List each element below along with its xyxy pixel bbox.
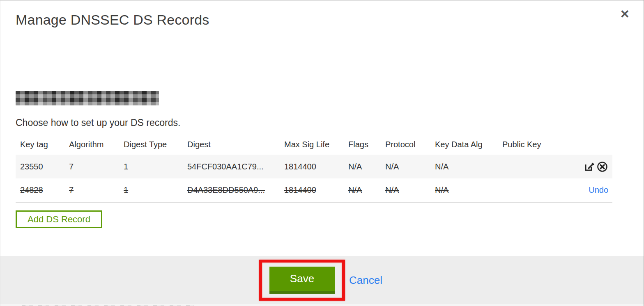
- row-actions: Undo: [551, 178, 612, 202]
- add-ds-record-button[interactable]: Add DS Record: [16, 210, 102, 228]
- cell-key-data-alg: N/A: [430, 178, 498, 202]
- cell-max-sig-life: 1814400: [280, 155, 344, 178]
- save-button[interactable]: Save: [269, 267, 335, 294]
- col-header-actions: [551, 134, 612, 155]
- cell-algorithm: 7: [64, 155, 119, 178]
- col-header-digest: Digest: [183, 134, 280, 155]
- cell-protocol: N/A: [381, 178, 430, 202]
- col-header-digest-type: Digest Type: [119, 134, 183, 155]
- table-header-row: Key tag Algorithm Digest Type Digest Max…: [16, 134, 612, 155]
- col-header-public-key: Public Key: [498, 134, 551, 155]
- cell-public-key: [498, 155, 551, 178]
- table-row: 24828 7 1 D4A33E8DD550A9... 1814400 N/A …: [16, 178, 612, 202]
- col-header-algorithm: Algorithm: [64, 134, 119, 155]
- redacted-domain-name: [16, 91, 159, 105]
- col-header-flags: Flags: [344, 134, 381, 155]
- cell-algorithm: 7: [64, 178, 119, 202]
- cell-protocol: N/A: [381, 155, 430, 178]
- close-icon[interactable]: ✕: [620, 9, 630, 20]
- red-annotation-highlight: Save: [259, 260, 345, 301]
- dnssec-modal: Manage DNSSEC DS Records ✕ Choose how to…: [0, 0, 644, 306]
- edit-record-icon[interactable]: [584, 161, 595, 172]
- col-header-max-sig-life: Max Sig Life: [280, 134, 344, 155]
- cell-flags: N/A: [344, 178, 381, 202]
- cell-public-key: [498, 178, 551, 202]
- col-header-key-tag: Key tag: [16, 134, 64, 155]
- cell-key-tag: 23550: [16, 155, 64, 178]
- ds-records-table: Key tag Algorithm Digest Type Digest Max…: [16, 134, 612, 203]
- cell-digest: 54FCF030AA1C79...: [183, 155, 280, 178]
- table-row: 23550 7 1 54FCF030AA1C79... 1814400 N/A …: [16, 155, 612, 178]
- cell-key-data-alg: N/A: [430, 155, 498, 178]
- undo-link[interactable]: Undo: [589, 185, 608, 194]
- page-title: Manage DNSSEC DS Records: [16, 12, 209, 28]
- cell-key-tag: 24828: [16, 178, 64, 202]
- cancel-link[interactable]: Cancel: [349, 274, 382, 287]
- modal-footer: Save Cancel: [0, 256, 644, 304]
- instruction-text: Choose how to set up your DS records.: [16, 117, 180, 128]
- col-header-protocol: Protocol: [381, 134, 430, 155]
- cell-digest-type: 1: [119, 178, 183, 202]
- row-actions: [551, 155, 612, 178]
- cell-digest-type: 1: [119, 155, 183, 178]
- delete-record-icon[interactable]: [596, 161, 608, 173]
- cell-digest: D4A33E8DD550A9...: [183, 178, 280, 202]
- cell-flags: N/A: [344, 155, 381, 178]
- cell-max-sig-life: 1814400: [280, 178, 344, 202]
- col-header-key-data-alg: Key Data Alg: [430, 134, 498, 155]
